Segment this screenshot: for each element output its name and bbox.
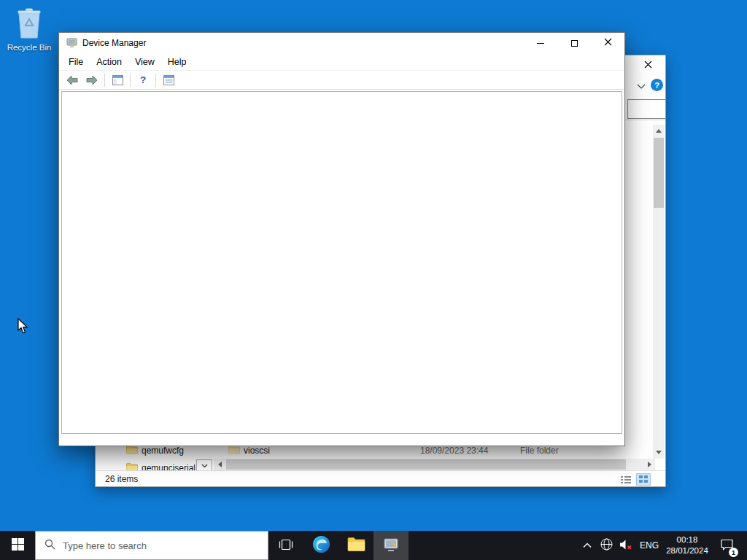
large-icons-view-button[interactable]: [636, 473, 651, 486]
title-bar[interactable]: Device Manager: [59, 33, 624, 53]
volume-tray-button[interactable]: [616, 531, 636, 560]
items-count: 26 items: [105, 474, 138, 484]
scroll-up-arrow-icon[interactable]: [653, 125, 665, 137]
search-icon: [44, 539, 55, 552]
desktop: Recycle Bin ? qemufwcfg: [0, 0, 747, 560]
time-label: 00:18: [677, 534, 698, 545]
speaker-muted-icon: [619, 539, 632, 553]
start-button[interactable]: [0, 531, 35, 560]
help-glyph: ?: [654, 81, 659, 90]
explorer-close-button[interactable]: [635, 57, 661, 74]
recycle-bin-icon: [16, 31, 42, 42]
vertical-scrollbar-thumb[interactable]: [654, 138, 664, 208]
toolbar-separator: [130, 74, 131, 87]
close-icon: [604, 38, 612, 48]
taskbar: ENG 00:18 28/01/2024 1: [0, 531, 747, 560]
notification-badge: 1: [729, 548, 738, 557]
edge-icon: [312, 535, 330, 556]
network-tray-button[interactable]: [597, 531, 616, 560]
date-label: 28/01/2024: [666, 545, 708, 556]
device-manager-icon: [66, 38, 77, 48]
tray-overflow-button[interactable]: [578, 531, 597, 560]
windows-logo-icon: [12, 538, 24, 553]
scroll-right-arrow-icon[interactable]: [643, 459, 655, 470]
explorer-status-bar: 26 items: [96, 470, 665, 486]
details-view-button[interactable]: [619, 473, 633, 486]
globe-network-icon: [600, 538, 613, 553]
horizontal-scrollbar-thumb[interactable]: [226, 459, 626, 470]
language-indicator[interactable]: ENG: [636, 531, 662, 560]
properties-button[interactable]: [161, 73, 176, 88]
toolbar: ?: [59, 71, 624, 90]
menu-action[interactable]: Action: [90, 55, 128, 69]
scroll-down-arrow-icon[interactable]: [653, 446, 665, 459]
file-name: vioscsi: [244, 446, 270, 456]
folder-icon: [126, 445, 138, 456]
ribbon-collapse-chevron-icon[interactable]: [637, 81, 646, 91]
forward-button[interactable]: [85, 73, 99, 88]
minimize-button[interactable]: [524, 33, 557, 53]
help-button[interactable]: ?: [136, 73, 150, 88]
nav-item-qemufwcfg[interactable]: qemufwcfg: [142, 446, 184, 456]
device-tree-pane[interactable]: [61, 91, 622, 434]
folder-icon: [347, 537, 365, 554]
close-icon: [644, 61, 652, 71]
edge-taskbar-button[interactable]: [303, 531, 338, 560]
menu-view[interactable]: View: [128, 55, 161, 69]
file-explorer-taskbar-button[interactable]: [338, 531, 374, 560]
action-center-button[interactable]: 1: [712, 531, 741, 560]
taskbar-search[interactable]: [35, 531, 268, 560]
recycle-bin[interactable]: Recycle Bin: [6, 7, 53, 52]
window-title: Device Manager: [82, 38, 146, 48]
explorer-help-button[interactable]: ?: [651, 79, 663, 91]
close-button[interactable]: [591, 33, 624, 53]
menu-help[interactable]: Help: [161, 55, 193, 69]
task-view-icon: [278, 538, 294, 553]
maximize-icon: [571, 40, 578, 47]
minimize-icon: [537, 43, 544, 44]
device-manager-icon: [382, 536, 400, 556]
maximize-button[interactable]: [557, 33, 591, 53]
back-button[interactable]: [65, 73, 80, 88]
chevron-up-icon: [583, 540, 592, 551]
mouse-cursor: [18, 318, 28, 337]
toolbar-separator: [155, 74, 156, 87]
explorer-horizontal-scrollbar[interactable]: [214, 459, 655, 470]
help-icon: ?: [140, 74, 146, 85]
explorer-vertical-scrollbar[interactable]: [653, 125, 665, 459]
scroll-left-arrow-icon[interactable]: [214, 459, 225, 470]
menu-file[interactable]: File: [62, 55, 90, 69]
language-label: ENG: [640, 540, 659, 551]
device-manager-window: Device Manager File Action View Help: [58, 32, 625, 446]
menu-bar: File Action View Help: [59, 53, 624, 71]
recycle-bin-label: Recycle Bin: [6, 43, 53, 52]
explorer-search-box[interactable]: [627, 99, 665, 119]
task-view-button[interactable]: [268, 531, 303, 560]
system-tray: ENG 00:18 28/01/2024 1: [578, 531, 747, 560]
device-manager-taskbar-button[interactable]: [374, 531, 409, 560]
folder-icon: [228, 445, 240, 456]
search-input[interactable]: [63, 540, 245, 551]
clock[interactable]: 00:18 28/01/2024: [662, 531, 712, 560]
console-tree-button[interactable]: [110, 73, 125, 88]
toolbar-separator: [104, 74, 105, 87]
